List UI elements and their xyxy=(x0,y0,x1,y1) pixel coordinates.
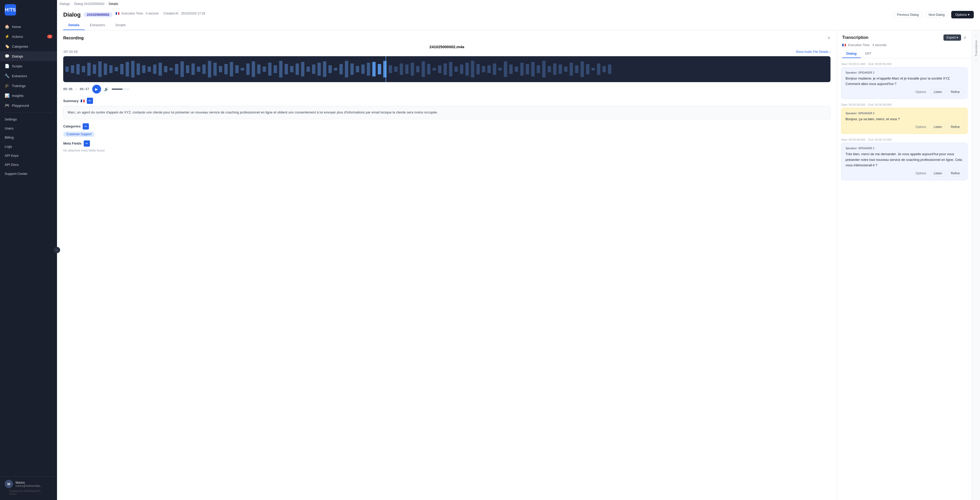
svg-rect-49 xyxy=(334,68,337,70)
recording-close-btn[interactable]: ✕ xyxy=(827,35,830,40)
svg-rect-53 xyxy=(356,66,359,72)
svg-rect-50 xyxy=(339,64,343,75)
user-email: marios@helloworldpc... xyxy=(16,484,43,487)
summary-title: Summary xyxy=(63,99,78,103)
sidebar-item-actions[interactable]: ⚡ Actions 2 xyxy=(0,32,57,41)
trans-close-btn[interactable]: ✕ xyxy=(963,35,967,40)
sidebar-item-label: Categories xyxy=(12,44,28,48)
play-button[interactable]: ▶ xyxy=(92,85,101,94)
refine-btn-2[interactable]: Refine xyxy=(947,124,963,130)
svg-rect-78 xyxy=(493,63,496,75)
sidebar-item-billing[interactable]: Billing xyxy=(0,133,57,142)
categories-edit-btn[interactable]: ✏ xyxy=(83,123,89,130)
options-button[interactable]: Options ▾ xyxy=(951,11,974,18)
summary-text: Marc, un agent du centre d'appels de XYZ… xyxy=(63,106,830,119)
start-value: 00:00:01,000 xyxy=(849,62,865,65)
svg-rect-69 xyxy=(444,63,447,75)
sidebar-item-insights[interactable]: 📊 Insights xyxy=(0,90,57,100)
entry-options-3[interactable]: Options xyxy=(913,170,928,176)
svg-rect-27 xyxy=(213,63,217,76)
sidebar-item-home[interactable]: 🏠 Home xyxy=(0,22,57,32)
trans-exec-value: 4 seconds xyxy=(872,43,886,47)
trans-body: Start: 00:00:01,000 End: 00:00:06,000 Sp… xyxy=(837,58,972,189)
listen-btn-1[interactable]: Listen xyxy=(930,89,945,95)
tab-details[interactable]: Details xyxy=(63,21,85,30)
trans-entry-1: Start: 00:00:01,000 End: 00:00:06,000 Sp… xyxy=(841,62,967,99)
svg-rect-67 xyxy=(433,68,436,70)
svg-rect-59 xyxy=(389,65,392,73)
trans-lang-flag: 🇫🇷 xyxy=(842,43,846,47)
tab-extractors[interactable]: Extractors xyxy=(85,21,110,30)
collapse-right-btn[interactable]: › xyxy=(975,35,976,38)
sidebar-item-label: API Keys xyxy=(5,154,18,157)
svg-rect-15 xyxy=(148,67,151,72)
sidebar-item-users[interactable]: Users xyxy=(0,124,57,133)
refine-btn-3[interactable]: Refine xyxy=(947,170,963,176)
volume-icon[interactable]: 🔊 xyxy=(104,87,108,91)
svg-rect-1 xyxy=(71,65,74,73)
svg-rect-31 xyxy=(235,65,239,73)
svg-rect-7 xyxy=(104,63,107,75)
svg-rect-62 xyxy=(405,65,409,74)
sidebar-item-api-keys[interactable]: API Keys xyxy=(0,151,57,160)
sidebar-item-dialogs[interactable]: 💬 Dialogs xyxy=(0,51,57,61)
transcription-panel: Transcription Export ▾ ✕ 🇫🇷 Execution Ti… xyxy=(837,30,972,500)
svg-rect-32 xyxy=(241,68,244,70)
svg-rect-10 xyxy=(120,64,124,75)
category-tag[interactable]: Customer Support xyxy=(63,132,95,137)
user-row[interactable]: M Marios marios@helloworldpc... xyxy=(5,480,52,488)
created-at-value: 25/10/2024 17:28 xyxy=(181,12,205,15)
svg-rect-42 xyxy=(296,63,299,75)
start-value-2: 00:00:06,000 xyxy=(849,103,865,106)
svg-rect-80 xyxy=(504,61,507,77)
sidebar-item-categories[interactable]: 🏷️ Categories xyxy=(0,41,57,51)
sidebar-item-support-center[interactable]: Support Center xyxy=(0,169,57,178)
tab-dialog[interactable]: Dialog xyxy=(842,49,861,58)
show-audio-details-btn[interactable]: Show Audio File Details › xyxy=(796,50,830,54)
categories-label-row: Categories ✏ xyxy=(63,123,830,130)
sidebar-item-trainings[interactable]: 🎓 Trainings xyxy=(0,81,57,90)
breadcrumb-dialogs[interactable]: Dialogs xyxy=(60,2,70,6)
sidebar-item-extractors[interactable]: 🔧 Extractors xyxy=(0,71,57,81)
svg-rect-72 xyxy=(460,65,463,74)
logo: H!TS xyxy=(0,0,57,20)
sidebar-item-logs[interactable]: Logs xyxy=(0,142,57,151)
right-sidebar-expand-btn[interactable]: ‹ xyxy=(975,58,976,62)
tab-srt[interactable]: SRT xyxy=(861,49,876,58)
summary-edit-btn[interactable]: ✏ xyxy=(87,98,93,104)
svg-rect-61 xyxy=(400,63,403,75)
sidebar-item-api-docs[interactable]: API Docs xyxy=(0,160,57,169)
svg-rect-28 xyxy=(219,66,222,72)
export-button[interactable]: Export ▾ xyxy=(943,35,961,41)
listen-btn-2[interactable]: Listen xyxy=(930,124,945,130)
svg-rect-54 xyxy=(361,65,365,74)
breadcrumb-dialog-id[interactable]: Dialog 241025000002 xyxy=(74,2,104,6)
sidebar-collapse-btn[interactable]: ‹ xyxy=(54,247,60,253)
svg-rect-88 xyxy=(548,66,551,72)
sidebar-item-label: Home xyxy=(12,25,21,29)
categories-section: Categories ✏ Customer Support xyxy=(63,123,830,137)
recording-title: Recording xyxy=(63,36,84,40)
entry-options-2[interactable]: Options xyxy=(913,124,928,130)
svg-rect-64 xyxy=(416,66,420,72)
timestamp-2: Start: 00:00:06,000 End: 00:00:08,000 xyxy=(841,103,967,106)
meta-fields-title: Meta Fields xyxy=(63,141,82,145)
meta-fields-edit-btn[interactable]: ✏ xyxy=(84,140,90,147)
volume-slider[interactable] xyxy=(112,89,130,90)
sidebar-item-playground[interactable]: 🎮 Playground xyxy=(0,100,57,110)
entry-options-1[interactable]: Options xyxy=(913,89,928,95)
trans-entry-3: Start: 00:00:08,000 End: 00:00:15,000 Sp… xyxy=(841,138,967,180)
svg-rect-41 xyxy=(290,66,294,72)
sidebar-item-scripts[interactable]: 📄 Scripts xyxy=(0,61,57,71)
previous-dialog-btn[interactable]: Previous Dialog xyxy=(894,12,922,18)
listen-btn-3[interactable]: Listen xyxy=(930,170,945,176)
sidebar-item-label: Settings xyxy=(5,117,17,121)
svg-rect-14 xyxy=(142,65,146,73)
svg-rect-11 xyxy=(126,62,129,76)
sidebar-item-settings[interactable]: Settings xyxy=(0,115,57,124)
next-dialog-btn[interactable]: Next Dialog xyxy=(925,12,948,18)
bubble-1: Speaker: SPEAKER 1 Bonjour madame, je m'… xyxy=(841,67,967,99)
tab-scripts[interactable]: Scripts xyxy=(110,21,131,30)
refine-btn-1[interactable]: Refine xyxy=(947,89,963,95)
svg-rect-57 xyxy=(378,64,381,75)
